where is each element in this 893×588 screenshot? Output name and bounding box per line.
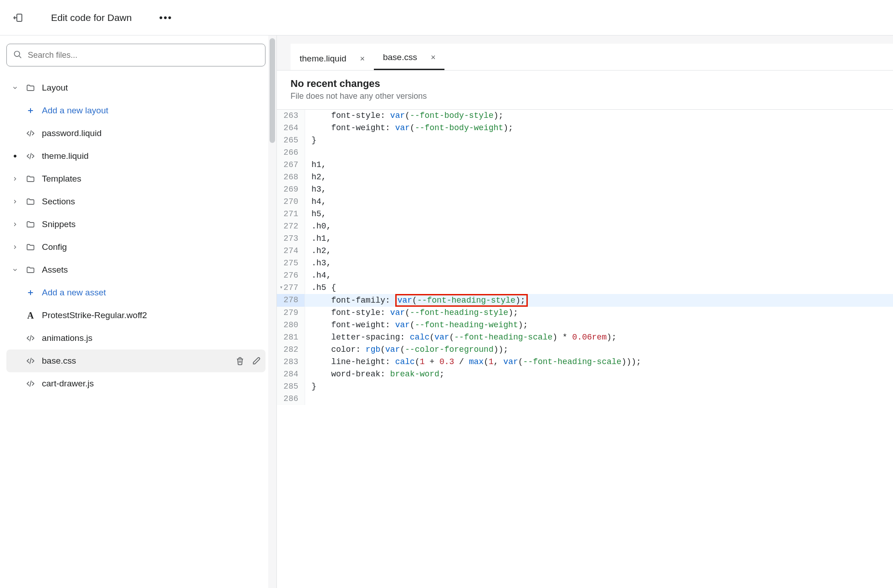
file-password-label: password.liquid — [42, 128, 102, 138]
code-content[interactable]: word-break: break-word; — [305, 368, 893, 380]
code-line[interactable]: 286 — [277, 393, 893, 405]
code-content[interactable]: letter-spacing: calc(var(--font-heading-… — [305, 331, 893, 344]
code-line[interactable]: 278 font-family: var(--font-heading-styl… — [277, 294, 893, 307]
code-content[interactable] — [305, 147, 893, 159]
file-base-css[interactable]: base.css — [6, 350, 265, 372]
file-cart-drawer-js[interactable]: cart-drawer.js — [6, 372, 265, 395]
code-content[interactable]: font-weight: var(--font-body-weight); — [305, 122, 893, 134]
close-icon[interactable]: × — [360, 55, 365, 63]
plus-icon — [26, 107, 36, 114]
add-asset-button[interactable]: Add a new asset — [6, 281, 265, 304]
code-content[interactable]: font-style: var(--font-body-style); — [305, 110, 893, 122]
code-line[interactable]: 277▾.h5 { — [277, 282, 893, 294]
delete-file-icon[interactable] — [235, 356, 245, 365]
file-theme-label: theme.liquid — [42, 151, 88, 161]
plus-icon — [26, 289, 36, 296]
line-number: 263 — [277, 110, 305, 122]
code-content[interactable]: font-style: var(--font-heading-style); — [305, 307, 893, 319]
code-content[interactable]: } — [305, 380, 893, 393]
code-editor[interactable]: 263 font-style: var(--font-body-style);2… — [277, 110, 893, 588]
code-line[interactable]: 270h4, — [277, 196, 893, 208]
code-line[interactable]: 272.h0, — [277, 220, 893, 233]
folder-icon — [26, 197, 36, 206]
folder-assets-label: Assets — [42, 265, 68, 275]
chevron-right-icon — [11, 198, 19, 205]
topbar: Edit code for Dawn ••• — [0, 0, 893, 35]
code-line[interactable]: 264 font-weight: var(--font-body-weight)… — [277, 122, 893, 134]
file-theme-liquid[interactable]: • theme.liquid — [6, 145, 265, 167]
editor-tab[interactable]: theme.liquid× — [291, 47, 374, 70]
code-content[interactable]: h1, — [305, 159, 893, 171]
search-box[interactable] — [6, 44, 265, 66]
line-number: 265 — [277, 134, 305, 147]
code-line[interactable]: 275.h3, — [277, 257, 893, 269]
more-menu-icon[interactable]: ••• — [159, 12, 172, 24]
code-content[interactable]: .h4, — [305, 269, 893, 282]
folder-templates-label: Templates — [42, 174, 82, 184]
page-title: Edit code for Dawn — [51, 12, 132, 23]
code-content[interactable]: .h2, — [305, 245, 893, 257]
code-line[interactable]: 282 color: rgb(var(--color-foreground)); — [277, 344, 893, 356]
file-password-liquid[interactable]: password.liquid — [6, 122, 265, 145]
line-number: 268 — [277, 171, 305, 183]
code-content[interactable]: font-weight: var(--font-heading-weight); — [305, 319, 893, 331]
line-number: 286 — [277, 393, 305, 405]
code-content[interactable]: h4, — [305, 196, 893, 208]
code-content[interactable]: .h3, — [305, 257, 893, 269]
code-line[interactable]: 274.h2, — [277, 245, 893, 257]
file-animations-js[interactable]: animations.js — [6, 327, 265, 350]
file-basecss-label: base.css — [42, 356, 76, 366]
folder-templates[interactable]: Templates — [6, 167, 265, 190]
folder-icon — [26, 220, 36, 229]
code-line[interactable]: 266 — [277, 147, 893, 159]
code-line[interactable]: 285} — [277, 380, 893, 393]
code-content[interactable]: h2, — [305, 171, 893, 183]
code-line[interactable]: 271h5, — [277, 208, 893, 220]
code-content[interactable]: } — [305, 134, 893, 147]
search-input[interactable] — [27, 50, 259, 61]
line-number: 283 — [277, 356, 305, 368]
edit-file-icon[interactable] — [252, 356, 261, 365]
code-line[interactable]: 268h2, — [277, 171, 893, 183]
sidebar-scrollbar-thumb[interactable] — [270, 38, 275, 143]
editor-panel: theme.liquid×base.css× No recent changes… — [277, 35, 893, 588]
folder-sections[interactable]: Sections — [6, 190, 265, 213]
code-content[interactable]: font-family: var(--font-heading-style); — [305, 294, 893, 307]
code-line[interactable]: 276.h4, — [277, 269, 893, 282]
code-line[interactable]: 267h1, — [277, 159, 893, 171]
add-layout-button[interactable]: Add a new layout — [6, 99, 265, 122]
code-line[interactable]: 265} — [277, 134, 893, 147]
code-line[interactable]: 280 font-weight: var(--font-heading-weig… — [277, 319, 893, 331]
code-content[interactable]: color: rgb(var(--color-foreground)); — [305, 344, 893, 356]
exit-icon[interactable] — [13, 12, 24, 23]
folder-snippets[interactable]: Snippets — [6, 213, 265, 236]
code-line[interactable]: 284 word-break: break-word; — [277, 368, 893, 380]
folder-layout[interactable]: Layout — [6, 76, 265, 99]
code-content[interactable]: .h0, — [305, 220, 893, 233]
code-line[interactable]: 283 line-height: calc(1 + 0.3 / max(1, v… — [277, 356, 893, 368]
line-number: 280 — [277, 319, 305, 331]
editor-tabs: theme.liquid×base.css× — [291, 44, 893, 70]
folder-config[interactable]: Config — [6, 236, 265, 259]
code-line[interactable]: 269h3, — [277, 183, 893, 196]
close-icon[interactable]: × — [431, 53, 436, 61]
code-content[interactable]: h3, — [305, 183, 893, 196]
line-number: 277▾ — [277, 282, 305, 294]
code-line[interactable]: 281 letter-spacing: calc(var(--font-head… — [277, 331, 893, 344]
code-content[interactable]: .h1, — [305, 233, 893, 245]
code-content[interactable] — [305, 393, 893, 405]
fold-icon[interactable]: ▾ — [280, 282, 283, 294]
code-line[interactable]: 263 font-style: var(--font-body-style); — [277, 110, 893, 122]
code-line[interactable]: 273.h1, — [277, 233, 893, 245]
code-content[interactable]: h5, — [305, 208, 893, 220]
add-asset-label: Add a new asset — [42, 288, 106, 298]
sidebar-scrollbar-track[interactable] — [268, 35, 276, 588]
code-content[interactable]: .h5 { — [305, 282, 893, 294]
file-tree: Layout Add a new layout password.liquid … — [0, 35, 276, 588]
file-font-woff2[interactable]: A ProtestStrike-Regular.woff2 — [6, 304, 265, 327]
file-status-bar: No recent changes File does not have any… — [277, 70, 893, 110]
code-content[interactable]: line-height: calc(1 + 0.3 / max(1, var(-… — [305, 356, 893, 368]
code-line[interactable]: 279 font-style: var(--font-heading-style… — [277, 307, 893, 319]
folder-assets[interactable]: Assets — [6, 259, 265, 281]
editor-tab[interactable]: base.css× — [374, 46, 445, 70]
